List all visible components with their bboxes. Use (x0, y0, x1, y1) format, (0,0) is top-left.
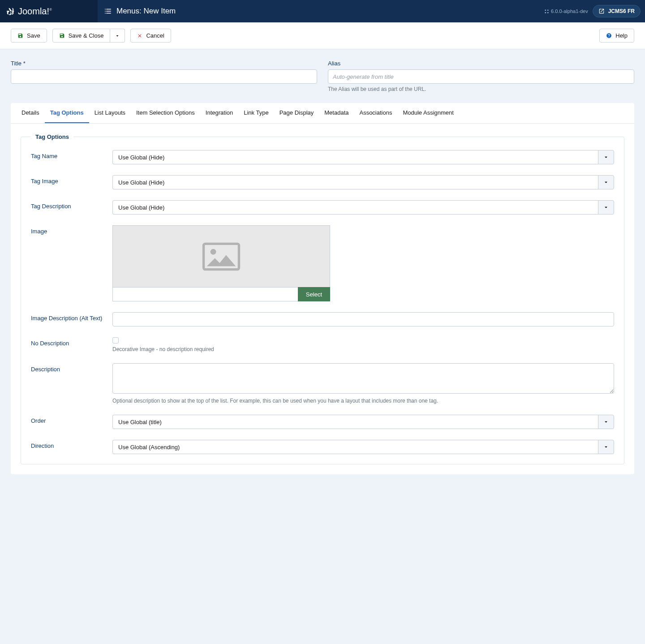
save-close-button[interactable]: Save & Close (52, 29, 111, 43)
help-icon (606, 33, 612, 39)
tab-link-type[interactable]: Link Type (238, 103, 274, 123)
row-alt-text: Image Description (Alt Text) (31, 312, 614, 326)
card: Details Tag Options List Layouts Item Se… (11, 103, 634, 474)
save-icon (59, 33, 65, 39)
order-value: Use Global (title) (112, 415, 598, 429)
tag-description-value: Use Global (Hide) (112, 200, 598, 215)
tab-page-display[interactable]: Page Display (274, 103, 319, 123)
save-dropdown-button[interactable] (110, 29, 125, 43)
tab-integration[interactable]: Integration (200, 103, 238, 123)
row-no-description: No Description Decorative Image - no des… (31, 337, 614, 352)
title-area: Menus: New Item (98, 7, 544, 16)
tag-image-label: Tag Image (31, 175, 112, 185)
svg-point-5 (211, 249, 216, 254)
topbar-right: 6.0.0-alpha1-dev JCMS6 FR (544, 5, 645, 17)
tab-details[interactable]: Details (16, 103, 45, 123)
alt-text-label: Image Description (Alt Text) (31, 312, 112, 322)
chevron-down-icon (115, 33, 120, 39)
save-button[interactable]: Save (11, 29, 47, 43)
description-help: Optional description to show at the top … (112, 398, 614, 404)
chevron-down-icon (598, 415, 614, 429)
alias-col: Alias The Alias will be used as part of … (328, 60, 634, 92)
row-tag-name: Tag Name Use Global (Hide) (31, 150, 614, 164)
tag-description-select[interactable]: Use Global (Hide) (112, 200, 614, 215)
joomla-small-icon (544, 9, 549, 14)
svg-point-2 (545, 12, 546, 13)
external-link-icon (598, 8, 605, 14)
order-label: Order (31, 415, 112, 424)
cancel-button[interactable]: Cancel (130, 29, 171, 43)
brand-area[interactable]: Joomla!® (0, 0, 98, 22)
svg-point-3 (547, 12, 549, 13)
alias-label: Alias (328, 60, 634, 67)
tab-tag-options[interactable]: Tag Options (45, 103, 89, 123)
image-placeholder-icon (202, 242, 241, 271)
row-image: Image Select (31, 225, 614, 301)
tab-content: Tag Options Tag Name Use Global (Hide) T… (11, 124, 634, 474)
no-description-checkbox[interactable] (112, 337, 119, 343)
chevron-down-icon (598, 440, 614, 454)
image-preview (112, 225, 330, 287)
alias-help: The Alias will be used as part of the UR… (328, 86, 634, 92)
svg-point-0 (545, 9, 546, 11)
joomla-icon (5, 6, 15, 16)
image-select-button[interactable]: Select (298, 287, 330, 301)
title-input[interactable] (11, 69, 317, 84)
user-label: JCMS6 FR (608, 8, 635, 14)
row-order: Order Use Global (title) (31, 415, 614, 429)
tag-name-label: Tag Name (31, 150, 112, 159)
tab-item-selection[interactable]: Item Selection Options (131, 103, 200, 123)
tab-associations[interactable]: Associations (354, 103, 397, 123)
tab-metadata[interactable]: Metadata (319, 103, 354, 123)
image-label: Image (31, 225, 112, 235)
close-icon (137, 33, 142, 39)
tag-description-label: Tag Description (31, 200, 112, 210)
row-tag-description: Tag Description Use Global (Hide) (31, 200, 614, 215)
no-description-help: Decorative Image - no description requir… (112, 346, 614, 352)
tab-list-layouts[interactable]: List Layouts (89, 103, 131, 123)
tag-name-select[interactable]: Use Global (Hide) (112, 150, 614, 164)
row-direction: Direction Use Global (Ascending) (31, 440, 614, 454)
save-close-group: Save & Close (52, 29, 125, 43)
alt-text-input[interactable] (112, 312, 614, 326)
chevron-down-icon (598, 175, 614, 189)
tag-name-value: Use Global (Hide) (112, 150, 598, 164)
order-select[interactable]: Use Global (title) (112, 415, 614, 429)
tag-options-fieldset: Tag Options Tag Name Use Global (Hide) T… (21, 133, 624, 464)
chevron-down-icon (598, 200, 614, 215)
row-tag-image: Tag Image Use Global (Hide) (31, 175, 614, 189)
image-path-input[interactable] (112, 287, 298, 301)
image-select-row: Select (112, 287, 330, 301)
title-label: Title * (11, 60, 317, 67)
help-button[interactable]: Help (599, 29, 634, 43)
brand-name: Joomla!® (18, 6, 52, 17)
title-col: Title * (11, 60, 317, 92)
svg-point-1 (547, 9, 549, 11)
tag-image-value: Use Global (Hide) (112, 175, 598, 189)
user-badge[interactable]: JCMS6 FR (593, 5, 641, 17)
tab-module-assignment[interactable]: Module Assignment (397, 103, 459, 123)
description-textarea[interactable] (112, 363, 614, 394)
alias-input[interactable] (328, 69, 634, 84)
chevron-down-icon (598, 150, 614, 164)
direction-select[interactable]: Use Global (Ascending) (112, 440, 614, 454)
description-label: Description (31, 363, 112, 373)
joomla-logo: Joomla!® (5, 6, 52, 17)
title-alias-row: Title * Alias The Alias will be used as … (11, 60, 634, 92)
no-description-label: No Description (31, 337, 112, 347)
direction-label: Direction (31, 440, 112, 449)
topbar: Joomla!® Menus: New Item 6.0.0-alpha1-de… (0, 0, 645, 22)
tag-image-select[interactable]: Use Global (Hide) (112, 175, 614, 189)
direction-value: Use Global (Ascending) (112, 440, 598, 454)
toolbar: Save Save & Close Cancel Help (0, 22, 645, 49)
version-text[interactable]: 6.0.0-alpha1-dev (544, 9, 588, 14)
row-description: Description Optional description to show… (31, 363, 614, 404)
page-title: Menus: New Item (116, 7, 176, 16)
list-icon (104, 7, 112, 15)
content: Title * Alias The Alias will be used as … (0, 49, 645, 485)
fieldset-legend: Tag Options (31, 133, 73, 140)
tabs: Details Tag Options List Layouts Item Se… (11, 103, 634, 124)
save-icon (17, 33, 23, 39)
